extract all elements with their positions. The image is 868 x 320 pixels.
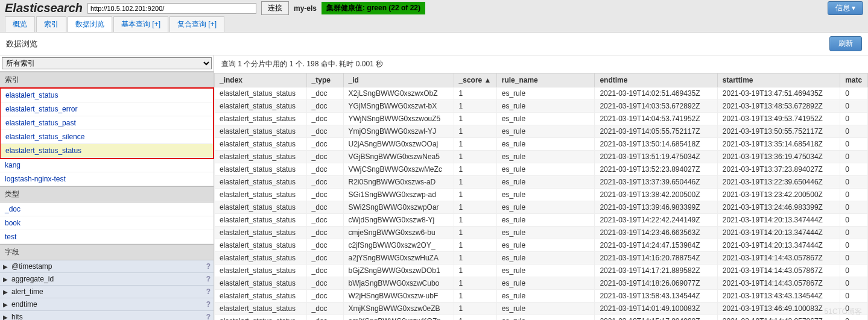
sidebar-index-item[interactable]: logstash-nginx-test xyxy=(0,172,214,186)
query-summary: 查询 1 个分片中用的 1 个. 198 命中. 耗时 0.001 秒 xyxy=(214,55,868,73)
watermark: 51CTO博客 xyxy=(825,307,862,317)
main-tabs: 概览 索引 数据浏览 基本查询 [+] 复合查询 [+] xyxy=(0,16,868,33)
help-icon[interactable]: ? xyxy=(206,313,211,320)
table-row[interactable]: elastalert_status_status_docX2jLSngBWWG0… xyxy=(215,87,868,100)
tab-overview[interactable]: 概览 xyxy=(5,16,35,32)
help-icon[interactable]: ? xyxy=(206,300,211,309)
column-header[interactable]: _id xyxy=(343,74,454,87)
table-row[interactable]: elastalert_status_status_docYWjNSngBWWG0… xyxy=(215,113,868,125)
column-header[interactable]: _index xyxy=(215,74,307,87)
table-row[interactable]: elastalert_status_status_docbGjZSngBWWG0… xyxy=(215,265,868,277)
refresh-button[interactable]: 刷新 xyxy=(829,36,862,51)
page-title: 数据浏览 xyxy=(6,39,37,49)
table-row[interactable]: elastalert_status_status_docSWi2SngBWWG0… xyxy=(215,201,868,214)
table-row[interactable]: elastalert_status_status_docU2jASngBWWG0… xyxy=(215,138,868,151)
sidebar-type-item[interactable]: _doc xyxy=(0,202,214,216)
sidebar-index-item[interactable]: kang xyxy=(0,158,214,172)
table-row[interactable]: elastalert_status_status_docYmjOSngBWWG0… xyxy=(215,125,868,138)
health-badge: 集群健康值: green (22 of 22) xyxy=(322,2,425,14)
sidebar-field-item[interactable]: ▶hits? xyxy=(0,311,214,320)
sidebar: 所有索引 索引 elastalert_statuselastalert_stat… xyxy=(0,55,214,320)
table-row[interactable]: elastalert_status_status_docSGi1SngBWWG0… xyxy=(215,189,868,201)
sidebar-field-item[interactable]: ▶aggregate_id? xyxy=(0,273,214,286)
sidebar-index-item[interactable]: elastalert_status_status xyxy=(1,144,213,158)
section-index: 索引 xyxy=(0,72,214,88)
help-icon[interactable]: ? xyxy=(206,287,211,296)
index-select[interactable]: 所有索引 xyxy=(2,57,212,69)
section-type: 类型 xyxy=(0,186,214,202)
connect-button[interactable]: 连接 xyxy=(261,1,289,15)
tab-browse[interactable]: 数据浏览 xyxy=(68,16,112,32)
tab-indices[interactable]: 索引 xyxy=(36,16,66,32)
sidebar-field-item[interactable]: ▶endtime? xyxy=(0,298,214,311)
column-header[interactable]: endtime xyxy=(595,74,717,87)
sidebar-index-item[interactable]: elastalert_status xyxy=(1,89,213,102)
sidebar-index-item[interactable]: elastalert_status_silence xyxy=(1,130,213,144)
sidebar-index-item[interactable]: elastalert_status_past xyxy=(1,116,213,130)
sidebar-type-item[interactable]: test xyxy=(0,230,214,244)
table-row[interactable]: elastalert_status_status_docVGjBSngBWWG0… xyxy=(215,151,868,163)
table-row[interactable]: elastalert_status_status_docR2i0SngBWWG0… xyxy=(215,176,868,189)
table-row[interactable]: elastalert_status_status_docW2jHSngBWWG0… xyxy=(215,290,868,303)
expand-icon: ▶ xyxy=(3,263,8,270)
expand-icon: ▶ xyxy=(3,301,8,308)
help-icon[interactable]: ? xyxy=(206,262,211,271)
column-header[interactable]: matc xyxy=(840,74,868,87)
sidebar-type-item[interactable]: book xyxy=(0,216,214,230)
cluster-name: my-els xyxy=(294,4,317,13)
column-header[interactable]: _type xyxy=(306,74,343,87)
table-row[interactable]: elastalert_status_status_docbWjaSngBWWG0… xyxy=(215,277,868,290)
cluster-url-input[interactable] xyxy=(87,3,256,14)
sidebar-field-item[interactable]: ▶alert_time? xyxy=(0,286,214,298)
expand-icon: ▶ xyxy=(3,276,8,283)
column-header[interactable]: _score ▲ xyxy=(454,74,496,87)
table-row[interactable]: elastalert_status_status_docVWjCSngBWWG0… xyxy=(215,163,868,176)
table-row[interactable]: elastalert_status_status_docYGjMSngBWWG0… xyxy=(215,100,868,113)
table-row[interactable]: elastalert_status_status_docamjXSngBWWG0… xyxy=(215,315,868,321)
sidebar-index-item[interactable]: elastalert_status_error xyxy=(1,102,213,116)
info-button[interactable]: 信息 ▾ xyxy=(828,1,863,15)
expand-icon: ▶ xyxy=(3,289,8,295)
tab-compound-query[interactable]: 复合查询 [+] xyxy=(169,16,224,32)
column-header[interactable]: rule_name xyxy=(496,74,595,87)
table-row[interactable]: elastalert_status_status_docc2jfSngBWWG0… xyxy=(215,239,868,252)
index-list-highlight: elastalert_statuselastalert_status_error… xyxy=(0,87,214,159)
sidebar-field-item[interactable]: ▶@timestamp? xyxy=(0,260,214,273)
section-field: 字段 xyxy=(0,244,214,260)
table-row[interactable]: elastalert_status_status_docXmjKSngBWWG0… xyxy=(215,303,868,315)
results-table: _index_type_id_score ▲rule_nameendtimest… xyxy=(214,73,868,320)
help-icon[interactable]: ? xyxy=(206,275,211,283)
table-row[interactable]: elastalert_status_status_doccWjdSngBWWG0… xyxy=(215,214,868,227)
expand-icon: ▶ xyxy=(3,314,8,321)
table-row[interactable]: elastalert_status_status_doca2jYSngBWWG0… xyxy=(215,252,868,265)
table-row[interactable]: elastalert_status_status_doccmjeSngBWWG0… xyxy=(215,227,868,239)
app-logo: Elasticsearch xyxy=(5,1,83,15)
column-header[interactable]: starttime xyxy=(717,74,840,87)
tab-basic-query[interactable]: 基本查询 [+] xyxy=(113,16,168,32)
